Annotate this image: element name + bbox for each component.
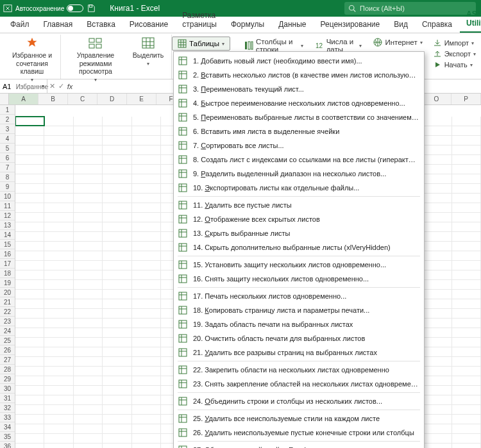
cell[interactable] — [44, 328, 73, 337]
cell[interactable] — [74, 242, 103, 251]
cell[interactable] — [132, 194, 161, 203]
cell[interactable] — [15, 261, 44, 270]
cell[interactable] — [44, 117, 73, 126]
select-button[interactable]: Выделить▾ — [130, 36, 166, 67]
cell[interactable] — [74, 405, 103, 414]
cell[interactable] — [103, 290, 131, 299]
cell[interactable] — [132, 367, 161, 376]
menu-item-14[interactable]: 14. Скрыть дополнительно выбранные листы… — [174, 240, 424, 254]
cell[interactable] — [15, 328, 44, 337]
cell[interactable] — [452, 347, 481, 356]
cell[interactable] — [132, 328, 161, 337]
cell[interactable] — [132, 347, 161, 356]
cell[interactable] — [103, 194, 131, 203]
cell[interactable] — [44, 309, 73, 318]
cell[interactable] — [452, 155, 481, 164]
cell[interactable] — [452, 405, 481, 414]
cell[interactable] — [15, 251, 44, 260]
cell[interactable] — [423, 338, 451, 347]
tab-данные[interactable]: Данные — [272, 17, 312, 33]
cell[interactable] — [15, 309, 44, 318]
cell[interactable] — [44, 203, 73, 212]
menu-item-10[interactable]: 10. Экспортировать листы как отдельные ф… — [174, 181, 424, 195]
cell[interactable] — [132, 386, 161, 395]
cell[interactable] — [103, 261, 131, 270]
row-header[interactable]: 23 — [0, 317, 15, 326]
cell[interactable] — [452, 242, 481, 251]
cell[interactable] — [132, 145, 161, 154]
tab-формулы[interactable]: Формулы — [224, 17, 271, 33]
cell[interactable] — [423, 145, 451, 154]
cell[interactable] — [44, 270, 73, 279]
cell[interactable] — [103, 415, 131, 424]
cell[interactable] — [132, 434, 161, 443]
cell[interactable] — [132, 222, 161, 231]
menu-item-4[interactable]: 4. Быстрое переименование нескольких лис… — [174, 96, 424, 110]
cell[interactable] — [452, 213, 481, 222]
cell[interactable] — [103, 242, 131, 251]
cell[interactable] — [423, 270, 451, 279]
cell[interactable] — [15, 174, 44, 183]
cell[interactable] — [423, 299, 451, 308]
cell[interactable] — [423, 309, 451, 318]
cell[interactable] — [132, 415, 161, 424]
menu-item-19[interactable]: 19. Задать область печати на выбранных л… — [174, 317, 424, 331]
cell[interactable] — [103, 347, 131, 356]
cell[interactable] — [452, 117, 481, 126]
cell[interactable] — [423, 174, 451, 183]
cell[interactable] — [423, 155, 451, 164]
row-header[interactable]: 31 — [0, 394, 15, 403]
cell[interactable] — [132, 395, 161, 404]
cell[interactable] — [423, 424, 451, 433]
cell[interactable] — [132, 136, 161, 145]
cell[interactable] — [15, 155, 44, 164]
row-header[interactable]: 18 — [0, 269, 15, 278]
menu-item-27[interactable]: 27. Сброс последней ячейки Excel — [174, 443, 424, 448]
cell[interactable] — [103, 222, 131, 231]
cell[interactable] — [423, 386, 451, 395]
cell[interactable] — [132, 174, 161, 183]
cell[interactable] — [15, 194, 44, 203]
cell[interactable] — [15, 347, 44, 356]
cell[interactable] — [103, 155, 131, 164]
cell[interactable] — [44, 184, 73, 193]
cell[interactable] — [103, 165, 131, 174]
menu-item-6[interactable]: 6. Вставить имя листа в выделенные ячейк… — [174, 124, 424, 138]
cell[interactable] — [44, 319, 73, 328]
start-button[interactable]: Начать▾ — [432, 60, 477, 70]
cell[interactable] — [74, 415, 103, 424]
menu-item-16[interactable]: 16. Снять защиту нескольких листов однов… — [174, 272, 424, 286]
cell[interactable] — [423, 117, 451, 126]
column-header[interactable]: P — [451, 94, 481, 104]
cell[interactable] — [132, 261, 161, 270]
row-header[interactable]: 4 — [0, 134, 15, 144]
cell[interactable] — [452, 174, 481, 183]
tab-главная[interactable]: Главная — [37, 17, 80, 33]
menu-item-15[interactable]: 15. Установить защиту нескольких листов … — [174, 258, 424, 272]
row-header[interactable]: 34 — [0, 422, 15, 432]
menu-item-8[interactable]: 8. Создать лист с индексами со ссылками … — [174, 153, 424, 167]
cell[interactable] — [74, 338, 103, 347]
cell[interactable] — [74, 184, 103, 193]
cell[interactable] — [15, 242, 44, 251]
row-header[interactable]: 20 — [0, 288, 15, 297]
column-header[interactable]: E — [127, 94, 156, 104]
cell[interactable] — [132, 117, 161, 126]
row-header[interactable]: 2 — [0, 115, 15, 124]
tab-разметка страницы[interactable]: Разметка страницы — [176, 8, 223, 33]
row-header[interactable]: 32 — [0, 403, 15, 413]
row-header[interactable]: 1 — [0, 105, 15, 115]
cell[interactable] — [103, 376, 131, 385]
row-header[interactable]: 13 — [0, 220, 15, 230]
cell[interactable] — [132, 376, 161, 385]
menu-item-12[interactable]: 12. Отображение всех скрытых листов — [174, 212, 424, 226]
cell[interactable] — [74, 213, 103, 222]
cell[interactable] — [452, 136, 481, 145]
cell[interactable] — [423, 405, 451, 414]
cell[interactable] — [132, 405, 161, 414]
cell[interactable] — [74, 174, 103, 183]
menu-item-22[interactable]: 22. Закрепить области на нескольких лист… — [174, 363, 424, 377]
cell[interactable] — [15, 213, 44, 222]
cell[interactable] — [44, 299, 73, 308]
row-header[interactable]: 3 — [0, 124, 15, 134]
